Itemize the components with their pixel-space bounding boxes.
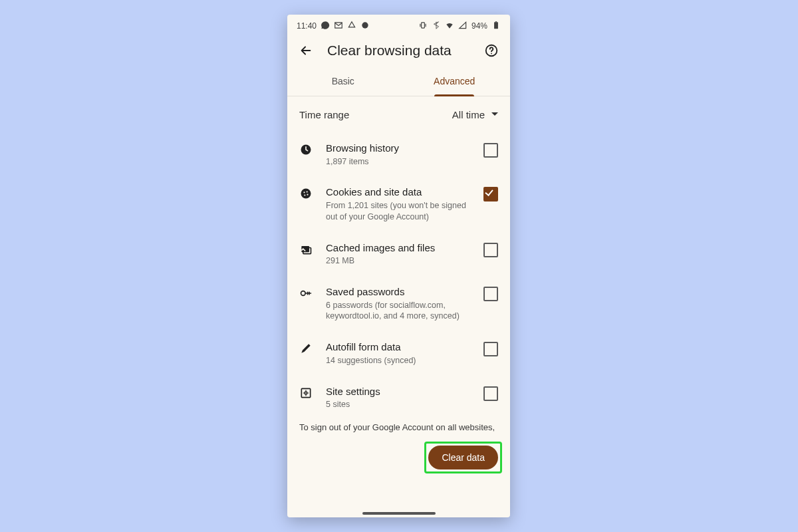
cookie-icon <box>299 187 314 201</box>
bluetooth-icon <box>432 21 441 32</box>
time-range-row: Time range All time <box>287 96 510 132</box>
svg-rect-2 <box>494 22 498 29</box>
battery-icon <box>491 21 501 32</box>
checkbox-site-settings[interactable] <box>483 386 498 401</box>
data-type-list: Browsing history 1,897 items Cookies and… <box>287 132 510 420</box>
item-title: Browsing history <box>326 142 471 155</box>
button-row: Clear data <box>287 435 510 480</box>
nav-pill <box>362 512 436 515</box>
checkbox-cache[interactable] <box>483 243 498 257</box>
status-bar: 11:40 94% <box>287 15 510 35</box>
status-time: 11:40 <box>297 21 317 31</box>
drive-icon <box>347 21 356 32</box>
gmail-icon <box>334 21 343 32</box>
battery-percent: 94% <box>471 21 487 31</box>
site-settings-icon <box>299 386 314 401</box>
arrow-back-icon <box>299 43 313 58</box>
item-subtitle: 5 sites <box>326 399 471 410</box>
signal-icon <box>458 21 467 32</box>
item-site-settings[interactable]: Site settings 5 sites <box>287 376 510 420</box>
chevron-down-icon <box>491 111 498 118</box>
svg-point-6 <box>301 189 311 199</box>
gesture-nav-bar[interactable] <box>287 512 510 515</box>
page-title: Clear browsing data <box>327 43 470 59</box>
wifi-icon <box>445 21 454 32</box>
svg-point-7 <box>303 192 305 194</box>
vibrate-icon <box>418 21 428 32</box>
item-subtitle: 291 MB <box>326 255 471 267</box>
back-button[interactable] <box>297 41 315 60</box>
item-subtitle: From 1,201 sites (you won't be signed ou… <box>326 200 471 223</box>
svg-rect-3 <box>495 21 497 22</box>
tab-advanced[interactable]: Advanced <box>399 66 511 96</box>
item-title: Site settings <box>326 385 471 398</box>
svg-point-15 <box>305 392 307 394</box>
svg-rect-14 <box>301 388 310 397</box>
item-title: Cookies and site data <box>326 186 471 199</box>
item-autofill[interactable]: Autofill form data 14 suggestions (synce… <box>287 331 510 375</box>
checkbox-browsing-history[interactable] <box>483 143 498 158</box>
item-cookies[interactable]: Cookies and site data From 1,201 sites (… <box>287 176 510 231</box>
clock-icon <box>299 143 314 158</box>
item-title: Saved passwords <box>326 285 471 299</box>
phone-frame: 11:40 94% Clear browsing data <box>287 15 510 517</box>
checkbox-passwords[interactable] <box>483 287 498 301</box>
svg-point-8 <box>307 192 308 193</box>
item-title: Cached images and files <box>326 241 471 255</box>
help-icon <box>484 43 499 58</box>
svg-point-9 <box>304 195 305 196</box>
item-title: Autofill form data <box>326 340 471 354</box>
item-subtitle: 1,897 items <box>326 156 471 168</box>
svg-rect-1 <box>422 22 425 27</box>
item-subtitle: 6 passwords (for socialflow.com, keyword… <box>326 300 471 323</box>
item-cache[interactable]: Cached images and files 291 MB <box>287 232 510 276</box>
clear-data-button[interactable]: Clear data <box>428 446 498 469</box>
time-range-value: All time <box>452 109 485 120</box>
tab-basic[interactable]: Basic <box>287 66 399 96</box>
help-button[interactable] <box>482 41 501 60</box>
tutorial-highlight: Clear data <box>424 442 502 473</box>
tabs: Basic Advanced <box>287 66 510 96</box>
app-bar: Clear browsing data <box>287 35 510 66</box>
item-passwords[interactable]: Saved passwords 6 passwords (for socialf… <box>287 276 510 331</box>
item-browsing-history[interactable]: Browsing history 1,897 items <box>287 132 510 176</box>
image-icon <box>299 243 314 257</box>
item-subtitle: 14 suggestions (synced) <box>326 355 471 366</box>
svg-point-13 <box>301 291 306 296</box>
checkbox-autofill[interactable] <box>483 342 498 356</box>
time-range-select[interactable]: All time <box>452 109 498 120</box>
signout-note: To sign out of your Google Account on al… <box>287 420 510 435</box>
pencil-icon <box>299 342 314 356</box>
checkbox-cookies[interactable] <box>483 187 498 201</box>
whatsapp-icon <box>321 21 330 32</box>
svg-point-10 <box>307 194 308 196</box>
svg-point-0 <box>362 22 368 28</box>
time-range-label: Time range <box>299 109 452 120</box>
key-icon <box>299 287 314 301</box>
shazam-icon <box>360 21 370 32</box>
